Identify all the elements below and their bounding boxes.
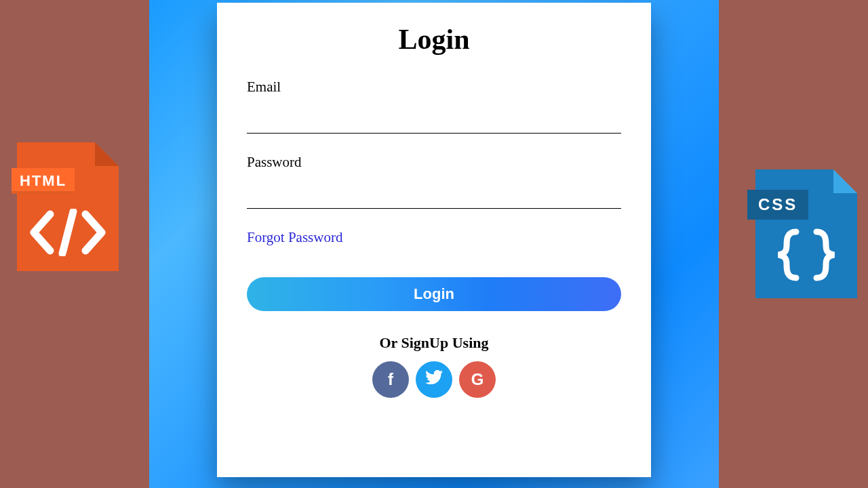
left-decor-panel: HTML — [0, 0, 149, 488]
password-input[interactable] — [247, 190, 621, 209]
forgot-password-link[interactable]: Forgot Password — [247, 229, 342, 246]
html-badge-label: HTML — [12, 168, 75, 194]
curly-braces-icon — [755, 228, 857, 285]
facebook-icon: f — [388, 370, 393, 389]
facebook-button[interactable]: f — [372, 361, 409, 398]
twitter-button[interactable] — [416, 361, 452, 398]
css-badge-label: CSS — [747, 190, 808, 220]
right-decor-panel: CSS — [719, 0, 868, 488]
login-button[interactable]: Login — [247, 277, 621, 311]
email-input[interactable] — [247, 115, 621, 134]
css-file-icon: CSS — [743, 169, 857, 298]
password-label: Password — [247, 154, 621, 171]
page-title: Login — [247, 23, 621, 56]
google-icon: G — [471, 370, 484, 389]
login-card: Login Email Password Forgot Password Log… — [217, 3, 651, 477]
social-buttons: f G — [247, 361, 621, 398]
code-brackets-icon — [17, 209, 119, 259]
html-file-icon: HTML — [11, 142, 125, 271]
signup-prompt: Or SignUp Using — [247, 334, 621, 352]
email-label: Email — [247, 79, 621, 96]
center-panel: Login Email Password Forgot Password Log… — [149, 0, 719, 488]
google-button[interactable]: G — [459, 361, 496, 398]
twitter-icon — [425, 370, 443, 389]
